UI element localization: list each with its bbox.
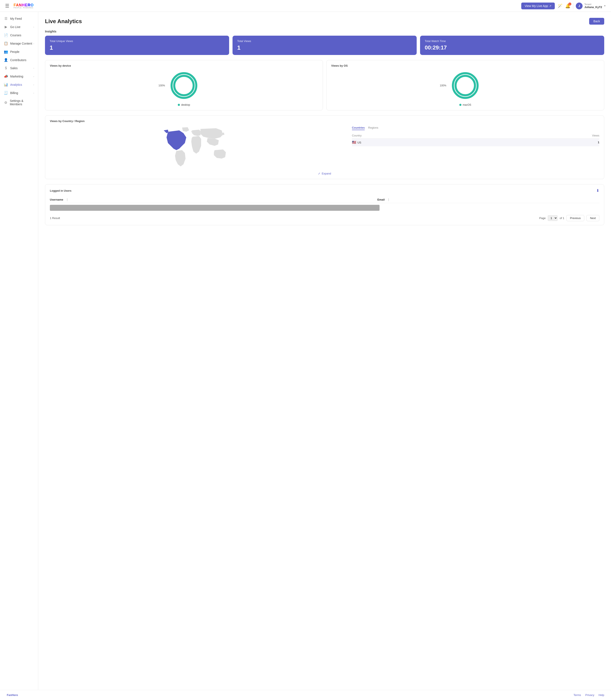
svg-point-1: [173, 74, 195, 97]
country-name-us: 🇺🇸US: [352, 138, 493, 146]
view-live-button[interactable]: View My Live App ⇗: [521, 2, 555, 9]
sidebar-item-courses[interactable]: 📄 Courses: [0, 31, 38, 39]
sidebar-label-manage-content: Manage Content: [10, 42, 32, 45]
country-row-us: 🇺🇸US 1: [352, 138, 599, 146]
os-legend: macOS: [459, 103, 471, 106]
sidebar-item-my-feed[interactable]: ☰ My Feed: [0, 14, 38, 23]
user-tenant: Tenant: [584, 3, 602, 5]
page-header: Live Analytics Back: [45, 18, 604, 25]
col-country: Country: [352, 133, 493, 138]
user-info: Tenant Juliana_KyT2: [584, 3, 602, 9]
pagination-row: 1 Result Page 1 of 1 Previous Next: [50, 215, 599, 221]
people-icon: 👥: [4, 50, 8, 54]
download-icon[interactable]: ⬇: [596, 188, 599, 193]
chevron-down-icon: ▼: [604, 5, 606, 7]
users-table: Username ⋮ Email ⋮: [50, 196, 599, 213]
device-chart-card: Views by device 100% desktop: [45, 60, 323, 111]
sales-icon: $: [4, 66, 8, 70]
insight-card-unique-views: Total Unique Views 1: [45, 36, 229, 55]
os-chart-title: Views by OS: [331, 64, 599, 67]
os-donut-area: 100% macOS: [331, 71, 599, 106]
previous-button[interactable]: Previous: [566, 215, 584, 221]
device-chart-title: Views by device: [50, 64, 318, 67]
insight-card-total-views: Total Views 1: [233, 36, 417, 55]
us-flag-icon: 🇺🇸: [352, 141, 356, 144]
page-select-wrap: 1: [548, 215, 557, 221]
insight-card-watch-time: Total Watch Time 00:29:17: [420, 36, 604, 55]
charts-row: Views by device 100% desktop: [45, 60, 604, 111]
footer-terms[interactable]: Terms: [573, 694, 581, 697]
marketing-icon: 📣: [4, 74, 8, 78]
sidebar-item-marketing[interactable]: 📣 Marketing ›: [0, 72, 38, 81]
expand-button[interactable]: ⤢ Expand: [50, 172, 599, 175]
topbar-left: ☰ FANHERO PEOPLE. POWERED.: [5, 3, 34, 9]
sidebar-item-analytics[interactable]: 📊 Analytics ›: [0, 81, 38, 89]
sidebar-item-billing[interactable]: 🧾 Billing ›: [0, 89, 38, 97]
watch-time-title: Total Watch Time: [425, 40, 599, 43]
world-map-svg: [50, 126, 347, 169]
topbar-right: View My Live App ⇗ 🪄 🔔 1 J Tenant Julian…: [521, 2, 606, 9]
redacted-data: [50, 205, 379, 211]
contributors-icon: 👤: [4, 58, 8, 62]
total-views-title: Total Views: [237, 40, 412, 43]
device-donut-percentage: 100%: [159, 84, 165, 87]
main-content: Live Analytics Back Insights Total Uniqu…: [38, 12, 611, 690]
notification-bell-icon[interactable]: 🔔 1: [565, 3, 570, 9]
user-menu[interactable]: J Tenant Juliana_KyT2 ▼: [576, 2, 606, 9]
chevron-right-icon: ›: [33, 67, 34, 69]
watch-time-value: 00:29:17: [425, 44, 599, 51]
world-map: [50, 126, 347, 170]
sidebar-label-my-feed: My Feed: [10, 17, 21, 20]
notification-badge: 1: [568, 2, 571, 5]
page-select[interactable]: 1: [548, 215, 557, 221]
email-col-menu[interactable]: ⋮: [387, 198, 390, 201]
os-donut-svg: [450, 71, 480, 100]
sidebar: ☰ My Feed ▶ Go Live › 📄 Courses 📋 Manage…: [0, 12, 38, 690]
sidebar-label-settings: Settings & Members: [10, 99, 34, 106]
users-card-header: Logged in Users ⬇: [50, 188, 599, 193]
tab-regions[interactable]: Regions: [368, 126, 378, 130]
courses-icon: 📄: [4, 33, 8, 37]
pagination-right: Page 1 of 1 Previous Next: [539, 215, 599, 221]
country-table: Country Views 🇺🇸US 1: [352, 133, 599, 146]
sidebar-item-go-live[interactable]: ▶ Go Live ›: [0, 23, 38, 31]
device-legend: desktop: [178, 103, 190, 106]
topbar: ☰ FANHERO PEOPLE. POWERED. View My Live …: [0, 0, 611, 12]
device-legend-dot: [178, 104, 180, 106]
footer-brand: FanHero: [7, 694, 18, 697]
external-link-icon: ⇗: [549, 4, 551, 8]
country-views-us: 1: [493, 138, 599, 146]
wand-icon[interactable]: 🪄: [557, 3, 563, 9]
expand-icon: ⤢: [318, 172, 321, 175]
os-donut-percentage: 100%: [440, 84, 446, 87]
result-count: 1 Result: [50, 217, 60, 220]
sidebar-label-marketing: Marketing: [10, 75, 23, 78]
logo-sub: PEOPLE. POWERED.: [14, 7, 34, 9]
sidebar-label-analytics: Analytics: [10, 83, 22, 86]
next-button[interactable]: Next: [586, 215, 599, 221]
username-col-menu[interactable]: ⋮: [66, 198, 69, 201]
footer-links: Terms Privacy Help: [573, 694, 604, 697]
os-donut-wrap: 100%: [450, 71, 480, 100]
sidebar-item-manage-content[interactable]: 📋 Manage Content ›: [0, 39, 38, 47]
country-chart-card: Views by Country / Region: [45, 115, 604, 179]
chevron-right-icon: ›: [33, 92, 34, 94]
tab-countries[interactable]: Countries: [352, 126, 365, 130]
sidebar-item-settings[interactable]: ⚙ Settings & Members: [0, 97, 38, 108]
device-donut-area: 100% desktop: [50, 71, 318, 106]
sidebar-item-people[interactable]: 👥 People: [0, 47, 38, 56]
col-email: Email ⋮: [377, 196, 599, 203]
sidebar-item-contributors[interactable]: 👤 Contributors: [0, 56, 38, 64]
sidebar-item-sales[interactable]: $ Sales ›: [0, 64, 38, 72]
sidebar-label-sales: Sales: [10, 67, 18, 70]
settings-icon: ⚙: [4, 101, 8, 105]
footer-privacy[interactable]: Privacy: [585, 694, 594, 697]
logged-users-card: Logged in Users ⬇ Username ⋮ Email ⋮: [45, 184, 604, 225]
device-donut-svg: [169, 71, 199, 100]
total-views-value: 1: [237, 44, 412, 51]
hamburger-icon[interactable]: ☰: [5, 3, 9, 9]
back-button[interactable]: Back: [589, 18, 604, 25]
unique-views-title: Total Unique Views: [50, 40, 224, 43]
footer-help[interactable]: Help: [598, 694, 604, 697]
os-legend-label: macOS: [463, 103, 471, 106]
